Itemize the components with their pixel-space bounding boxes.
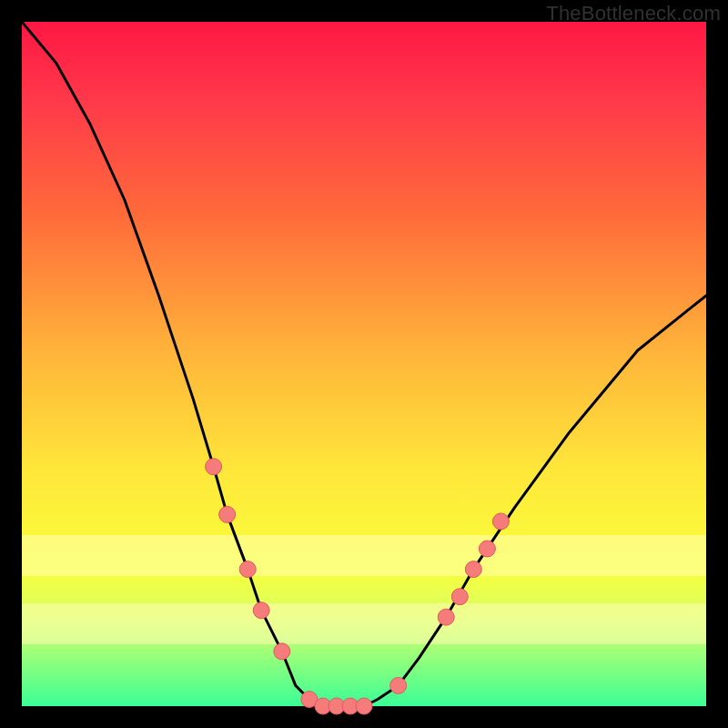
data-marker — [465, 561, 481, 578]
bottleneck-curve — [22, 22, 706, 706]
watermark-label: TheBottleneck.com — [546, 2, 721, 25]
data-marker — [492, 513, 509, 530]
data-marker — [274, 643, 290, 660]
chart-area — [22, 22, 706, 706]
bottleneck-chart — [22, 22, 706, 706]
data-marker — [239, 561, 256, 578]
data-marker — [451, 589, 468, 605]
data-marker — [479, 541, 495, 557]
data-marker — [253, 602, 269, 619]
data-marker — [390, 677, 407, 693]
data-marker — [219, 506, 236, 522]
data-marker — [356, 698, 372, 714]
data-marker — [438, 609, 454, 625]
data-marker — [206, 459, 222, 475]
